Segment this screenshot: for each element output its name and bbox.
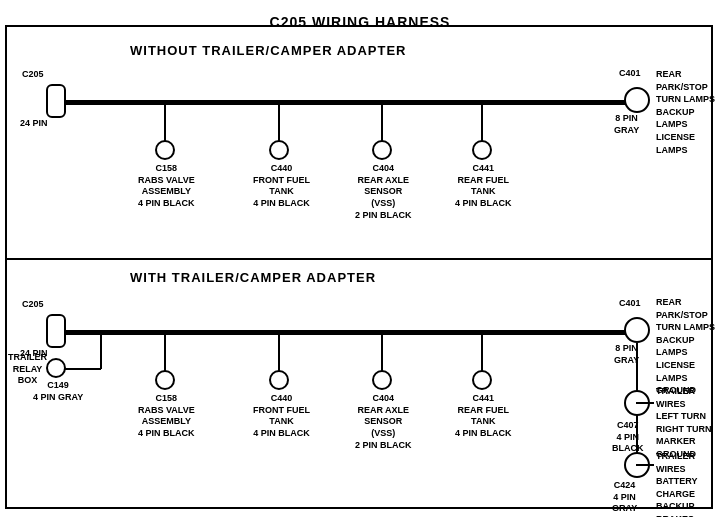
c407-hline — [636, 402, 654, 404]
c158-top-label: C158RABS VALVEASSEMBLY4 PIN BLACK — [138, 163, 195, 210]
c158-bot-label: C158RABS VALVEASSEMBLY4 PIN BLACK — [138, 393, 195, 440]
c440-top-connector — [269, 140, 289, 160]
diagram-container: C205 WIRING HARNESS WITHOUT TRAILER/CAMP… — [0, 0, 720, 500]
c441-bot-connector — [472, 370, 492, 390]
c441-top-label: C441REAR FUELTANK4 PIN BLACK — [455, 163, 512, 210]
c205-top-pin-label: 24 PIN — [20, 118, 48, 130]
c404-bot-label: C404REAR AXLESENSOR(VSS)2 PIN BLACK — [355, 393, 412, 451]
c424-label: C4244 PINGRAY — [612, 480, 637, 515]
c149-label: C1494 PIN GRAY — [33, 380, 83, 403]
c401-bot-connector — [624, 317, 650, 343]
section-divider — [5, 258, 713, 260]
c401-bot-label: C401 — [619, 298, 641, 310]
c149-vline-h — [100, 334, 102, 369]
c401-top-right-label: REAR PARK/STOPTURN LAMPSBACKUP LAMPSLICE… — [656, 68, 720, 156]
c158-top-vline — [164, 104, 166, 144]
c424-right-label: TRAILER WIRESBATTERY CHARGEBACKUPBRAKES — [656, 450, 720, 517]
c404-top-label: C404REAR AXLESENSOR(VSS)2 PIN BLACK — [355, 163, 412, 221]
c441-top-connector — [472, 140, 492, 160]
c424-hline — [636, 464, 654, 466]
c404-top-connector — [372, 140, 392, 160]
c440-bot-vline — [278, 334, 280, 374]
c205-top-label: C205 — [22, 69, 44, 81]
c441-bot-vline — [481, 334, 483, 374]
c404-bot-connector — [372, 370, 392, 390]
c158-top-connector — [155, 140, 175, 160]
c440-top-vline — [278, 104, 280, 144]
c205-bot-connector — [46, 314, 66, 348]
section2-title: WITH TRAILER/CAMPER ADAPTER — [130, 270, 376, 285]
c401-top-label: C401 — [619, 68, 641, 80]
c205-top-connector — [46, 84, 66, 118]
c441-top-vline — [481, 104, 483, 144]
c404-bot-vline — [381, 334, 383, 374]
hline-bot — [65, 330, 640, 335]
section1-title: WITHOUT TRAILER/CAMPER ADAPTER — [130, 43, 407, 58]
c407-label: C4074 PINBLACK — [612, 420, 644, 455]
c404-top-vline — [381, 104, 383, 144]
c440-bot-connector — [269, 370, 289, 390]
hline-top — [65, 100, 640, 105]
c440-bot-label: C440FRONT FUELTANK4 PIN BLACK — [253, 393, 310, 440]
c205-bot-label: C205 — [22, 299, 44, 311]
c401-top-pin-label: 8 PINGRAY — [614, 113, 639, 136]
c158-bot-vline — [164, 334, 166, 374]
c401-bot-right-label: REAR PARK/STOPTURN LAMPSBACKUP LAMPSLICE… — [656, 296, 720, 397]
c149-connector — [46, 358, 66, 378]
c158-bot-connector — [155, 370, 175, 390]
c401-top-connector — [624, 87, 650, 113]
c441-bot-label: C441REAR FUELTANK4 PIN BLACK — [455, 393, 512, 440]
c440-top-label: C440FRONT FUELTANK4 PIN BLACK — [253, 163, 310, 210]
